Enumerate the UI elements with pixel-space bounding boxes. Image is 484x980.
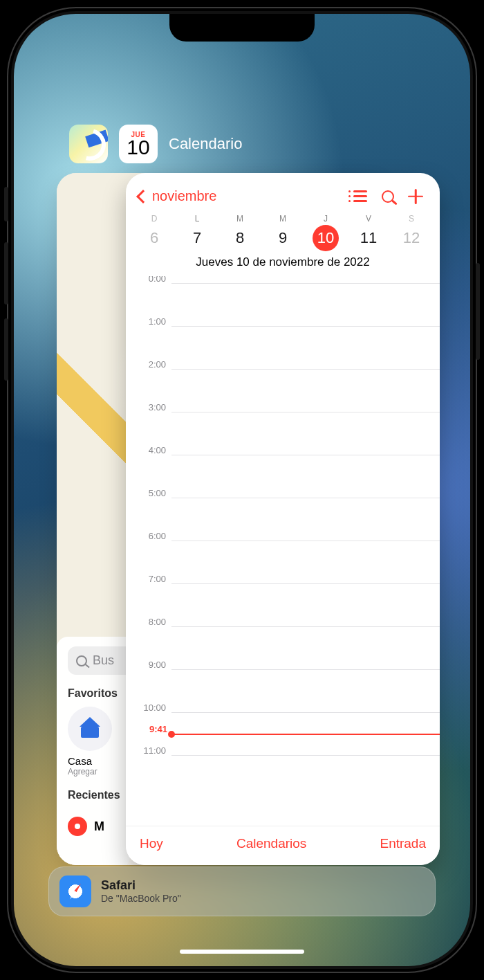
hour-divider [171,541,440,541]
hour-label: 10:00 [126,702,171,713]
list-icon [353,190,367,202]
day-cell-selected[interactable]: 10 [304,225,347,251]
hour-divider [171,412,440,412]
search-icon [76,655,87,666]
calendar-navbar: noviembre [126,173,440,210]
maps-recent-label: M [94,819,104,834]
hour-divider [171,712,440,713]
hour-label: 4:00 [126,445,171,455]
safari-icon [59,875,91,907]
hour-row: 9:00 [126,669,440,670]
hour-label: 6:00 [126,531,171,541]
weekday-label: J [304,214,347,224]
today-button[interactable]: Hoy [140,836,163,851]
add-event-button[interactable] [404,189,427,204]
hour-row: 7:00 [126,583,440,584]
hour-divider [171,455,440,455]
current-time-line [171,734,440,735]
hour-row: 2:00 [126,369,440,370]
side-button [476,263,480,360]
calendar-timeline[interactable]: 0:001:002:003:004:005:006:007:008:009:00… [126,276,440,826]
app-switcher-header: JUE 10 Calendario [14,125,470,163]
day-cell[interactable]: 12 [390,229,433,247]
weekday-label: D [133,214,176,224]
current-time-indicator: 9:41 [126,729,440,739]
day-cell[interactable]: 6 [133,229,176,247]
home-indicator[interactable] [180,950,304,954]
maps-app-icon[interactable] [69,125,108,163]
chevron-left-icon[interactable] [136,190,150,203]
handoff-banner[interactable]: Safari De "MacBook Pro" [48,866,436,916]
hour-row: 8:00 [126,626,440,627]
volume-down-button [4,318,8,381]
hour-label: 8:00 [126,617,171,627]
weekday-label: S [390,214,433,224]
plus-icon [408,189,423,204]
weekday-label: L [176,214,218,224]
hour-label: 5:00 [126,488,171,498]
app-switcher-title: Calendario [169,135,242,153]
search-button[interactable] [376,190,400,203]
day-cell[interactable]: 9 [261,229,304,247]
hour-label: 1:00 [126,316,171,327]
home-icon [80,720,100,738]
volume-up-button [4,242,8,305]
map-pin-icon [68,817,87,836]
calendar-icon-day: 10 [127,137,149,158]
search-icon [382,190,394,203]
hour-row: 11:00 [126,755,440,756]
hour-divider [171,283,440,284]
hour-divider [171,669,440,670]
mute-switch [4,187,8,221]
hour-label: 2:00 [126,359,171,370]
calendar-toolbar: Hoy Calendarios Entrada [126,826,440,865]
weekday-label: M [261,214,304,224]
calendar-app-icon[interactable]: JUE 10 [119,125,158,163]
hour-row: 10:00 [126,712,440,713]
iphone-frame: JUE 10 Calendario Bus Favoritos Casa Agr… [7,7,477,973]
hour-row: 4:00 [126,455,440,455]
handoff-subtitle: De "MacBook Pro" [101,893,181,905]
hour-divider [171,326,440,327]
calendar-back-label[interactable]: noviembre [152,188,216,204]
inbox-button[interactable]: Entrada [380,836,426,851]
hour-row: 3:00 [126,412,440,412]
day-cell[interactable]: 8 [218,229,261,247]
hour-divider [171,498,440,498]
date-row: 6 7 8 9 10 11 12 [126,224,440,251]
hour-row: 5:00 [126,498,440,498]
hour-label: 9:00 [126,660,171,670]
current-time-label: 9:41 [126,724,171,734]
hour-divider [171,626,440,627]
weekday-label: M [218,214,261,224]
maps-home-favorite[interactable] [68,707,112,751]
weekday-label: V [347,214,390,224]
weekday-row: D L M M J V S [126,210,440,224]
hour-row: 6:00 [126,541,440,541]
hour-divider [171,755,440,756]
hour-label: 0:00 [126,276,171,284]
calendar-card[interactable]: noviembre D L M M J V S [126,173,440,865]
hour-row: 1:00 [126,326,440,327]
maps-search-text: Bus [93,653,114,668]
hour-divider [171,369,440,370]
full-date-label: Jueves 10 de noviembre de 2022 [126,251,440,276]
day-cell[interactable]: 7 [176,229,218,247]
hour-row: 0:00 [126,283,440,284]
notch [169,14,315,42]
screen: JUE 10 Calendario Bus Favoritos Casa Agr… [14,14,470,966]
handoff-title: Safari [101,878,181,893]
day-cell[interactable]: 11 [347,229,390,247]
hour-label: 11:00 [126,745,171,756]
calendars-button[interactable]: Calendarios [236,836,306,851]
hour-divider [171,583,440,584]
hour-label: 3:00 [126,402,171,412]
list-view-button[interactable] [348,190,372,202]
hour-label: 7:00 [126,574,171,584]
